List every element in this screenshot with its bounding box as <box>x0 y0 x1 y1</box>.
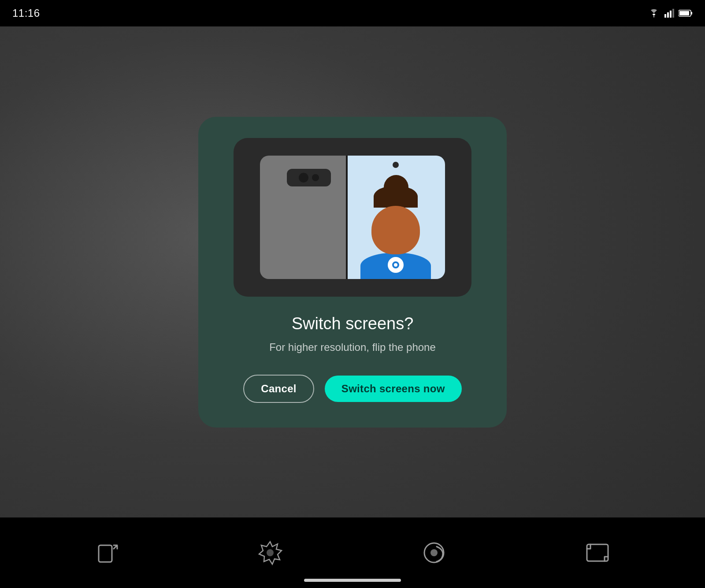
content-area: Switch screens? For higher resolution, f… <box>0 26 705 517</box>
record-button-indicator <box>388 257 404 273</box>
svg-rect-1 <box>667 12 669 18</box>
button-row: Cancel Switch screens now <box>243 375 461 403</box>
cancel-button[interactable]: Cancel <box>243 375 314 403</box>
svg-point-8 <box>267 549 274 556</box>
signal-icon <box>664 9 674 18</box>
camera-lens-1 <box>299 173 308 182</box>
svg-rect-2 <box>670 11 672 18</box>
aspect-ratio-icon <box>585 542 610 564</box>
switch-screens-button[interactable]: Switch screens now <box>325 376 462 402</box>
dialog-card: Switch screens? For higher resolution, f… <box>198 117 507 428</box>
svg-rect-5 <box>691 12 692 15</box>
svg-rect-6 <box>679 11 689 15</box>
phone-hinge <box>346 156 348 279</box>
camera-lens-2 <box>312 174 319 181</box>
camera-module <box>287 169 331 186</box>
shutter-button[interactable] <box>257 540 283 566</box>
dialog-title: Switch screens? <box>292 314 414 333</box>
svg-rect-0 <box>664 14 666 18</box>
dialog-subtitle: For higher resolution, flip the phone <box>269 341 436 354</box>
flip-icon <box>95 541 119 565</box>
screen-record-icon <box>421 540 447 566</box>
record-inner <box>392 261 399 268</box>
aspect-ratio-button[interactable] <box>585 542 610 564</box>
avatar-body <box>360 253 431 279</box>
wifi-icon <box>648 9 660 18</box>
shutter-icon <box>257 540 283 566</box>
phone-illustration <box>234 138 471 297</box>
selfie-camera <box>393 162 399 168</box>
battery-icon <box>679 9 693 17</box>
status-icons <box>648 9 693 18</box>
bottom-nav-bar <box>0 517 705 588</box>
svg-rect-7 <box>99 545 112 562</box>
screen-record-button[interactable] <box>421 540 447 566</box>
svg-rect-3 <box>672 9 674 18</box>
status-time: 11:16 <box>12 7 40 19</box>
avatar-container <box>346 168 445 279</box>
avatar-hair-sides <box>374 186 418 208</box>
avatar-face <box>371 206 420 254</box>
svg-point-10 <box>430 549 438 556</box>
home-indicator <box>304 579 401 582</box>
phone-back-half <box>260 156 346 279</box>
flip-camera-button[interactable] <box>95 541 119 565</box>
status-bar: 11:16 <box>0 0 705 26</box>
phone-front-screen <box>346 156 445 279</box>
phone-graphic <box>260 156 445 279</box>
